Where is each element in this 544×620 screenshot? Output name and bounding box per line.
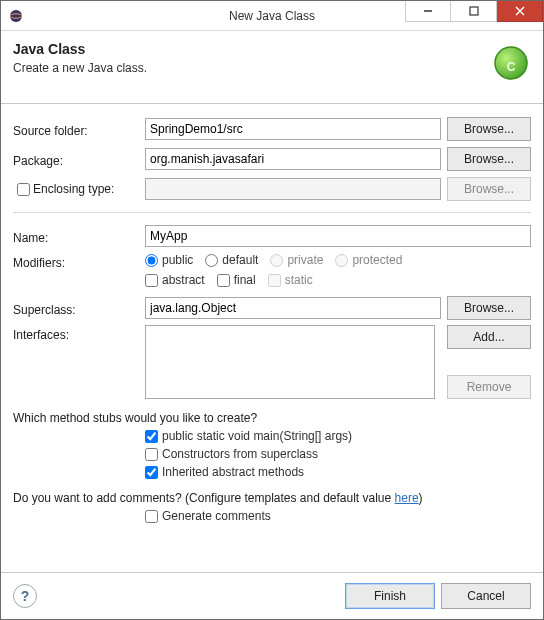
title-bar: New Java Class xyxy=(1,1,543,31)
help-icon[interactable]: ? xyxy=(13,584,37,608)
stubs-question: Which method stubs would you like to cre… xyxy=(13,411,531,425)
browse-superclass-button[interactable]: Browse... xyxy=(447,296,531,320)
window-title: New Java Class xyxy=(1,9,543,23)
remove-interface-button: Remove xyxy=(447,375,531,399)
enclosing-type-input xyxy=(145,178,441,200)
package-input[interactable] xyxy=(145,148,441,170)
name-label: Name: xyxy=(13,228,145,245)
generate-comments[interactable]: Generate comments xyxy=(145,509,531,523)
cancel-button[interactable]: Cancel xyxy=(441,583,531,609)
modifier-static: static xyxy=(268,273,313,287)
browse-enclosing-button: Browse... xyxy=(447,177,531,201)
superclass-label: Superclass: xyxy=(13,300,145,317)
separator xyxy=(13,212,531,213)
stub-main[interactable]: public static void main(String[] args) xyxy=(145,429,531,443)
superclass-input[interactable] xyxy=(145,297,441,319)
comments-question: Do you want to add comments? (Configure … xyxy=(13,491,531,505)
stub-inherited[interactable]: Inherited abstract methods xyxy=(145,465,531,479)
package-label: Package: xyxy=(13,151,145,168)
interfaces-label: Interfaces: xyxy=(13,325,145,342)
enclosing-type-checkbox[interactable] xyxy=(17,183,30,196)
svg-text:C: C xyxy=(507,60,516,74)
source-folder-input[interactable] xyxy=(145,118,441,140)
interfaces-list[interactable] xyxy=(145,325,435,399)
name-input[interactable] xyxy=(145,225,531,247)
dialog-body: Source folder: Browse... Package: Browse… xyxy=(1,104,543,572)
stub-constructors[interactable]: Constructors from superclass xyxy=(145,447,531,461)
modifier-public[interactable]: public xyxy=(145,253,193,267)
browse-source-button[interactable]: Browse... xyxy=(447,117,531,141)
modifiers-label: Modifiers: xyxy=(13,253,145,270)
add-interface-button[interactable]: Add... xyxy=(447,325,531,349)
modifier-protected: protected xyxy=(335,253,402,267)
enclosing-type-label[interactable]: Enclosing type: xyxy=(13,180,145,199)
modifier-abstract[interactable]: abstract xyxy=(145,273,205,287)
browse-package-button[interactable]: Browse... xyxy=(447,147,531,171)
modifier-final[interactable]: final xyxy=(217,273,256,287)
header-subtitle: Create a new Java class. xyxy=(13,61,483,75)
finish-button[interactable]: Finish xyxy=(345,583,435,609)
configure-link[interactable]: here xyxy=(395,491,419,505)
dialog-header: Java Class Create a new Java class. C xyxy=(1,31,543,104)
header-title: Java Class xyxy=(13,41,483,57)
class-icon: C xyxy=(483,41,531,89)
source-folder-label: Source folder: xyxy=(13,121,145,138)
modifier-private: private xyxy=(270,253,323,267)
dialog-footer: ? Finish Cancel xyxy=(1,572,543,619)
enclosing-type-text: Enclosing type: xyxy=(33,182,114,196)
modifier-default[interactable]: default xyxy=(205,253,258,267)
